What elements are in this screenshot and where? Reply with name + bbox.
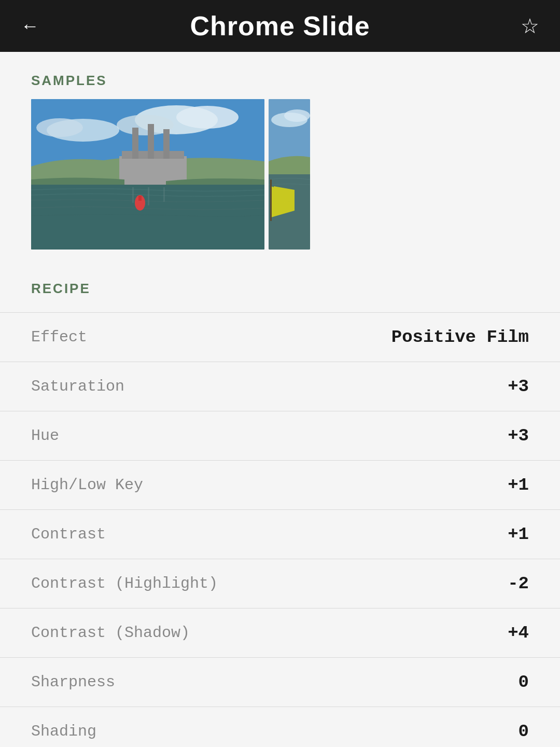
row-value: +1 [508,475,529,495]
row-label: Saturation [31,378,124,395]
row-value: +1 [508,524,529,544]
svg-rect-22 [270,179,272,221]
recipe-row: EffectPositive Film [0,312,560,362]
svg-rect-8 [132,128,138,159]
row-label: Hue [31,427,59,445]
recipe-rows: EffectPositive FilmSaturation+3Hue+3High… [0,312,560,747]
svg-rect-15 [148,187,149,205]
samples-section-label: SAMPLES [0,73,560,89]
row-value: +3 [508,426,529,446]
row-label: Contrast [31,525,106,543]
samples-container [0,99,560,250]
row-label: Shading [31,723,96,740]
recipe-row: Sharpness0 [0,657,560,707]
recipe-row: Contrast+1 [0,509,560,559]
svg-rect-16 [163,187,165,202]
recipe-row: Shading0 [0,707,560,747]
row-value: 0 [519,722,529,741]
row-label: High/Low Key [31,476,143,494]
row-value: +3 [508,377,529,396]
recipe-row: Hue+3 [0,411,560,460]
content-area: SAMPLES [0,52,560,747]
svg-rect-10 [163,129,170,159]
favorite-button[interactable]: ☆ [521,14,539,38]
row-value: 0 [519,672,529,692]
row-label: Effect [31,328,87,346]
svg-point-5 [36,118,83,137]
svg-rect-14 [132,187,134,203]
recipe-section-label: RECIPE [0,281,560,297]
recipe-row: Contrast (Shadow)+4 [0,608,560,657]
sample-image-main[interactable] [31,99,264,250]
recipe-row: Saturation+3 [0,362,560,411]
row-value: +4 [508,623,529,643]
svg-point-2 [176,106,239,129]
row-label: Sharpness [31,673,115,691]
page-title: Chrome Slide [190,10,370,42]
row-value: -2 [508,574,529,593]
row-label: Contrast (Shadow) [31,624,190,642]
sample-image-secondary[interactable] [269,99,310,250]
svg-point-19 [284,109,310,122]
recipe-row: High/Low Key+1 [0,460,560,509]
svg-rect-9 [148,124,154,159]
back-button[interactable]: ← [21,15,39,37]
recipe-section: RECIPE EffectPositive FilmSaturation+3Hu… [0,281,560,747]
svg-rect-13 [138,196,142,201]
recipe-row: Contrast (Highlight)-2 [0,559,560,608]
app-header: ← Chrome Slide ☆ [0,0,560,52]
row-label: Contrast (Highlight) [31,575,218,592]
row-value: Positive Film [391,327,529,347]
